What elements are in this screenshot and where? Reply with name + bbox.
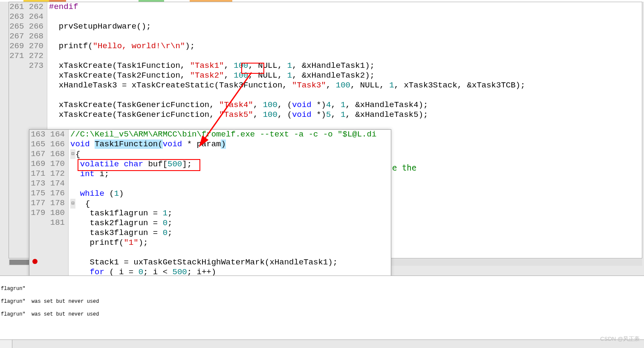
breakpoint-marker[interactable]	[32, 259, 38, 264]
output-line: flagrun" was set but never used	[0, 295, 644, 308]
output-tab[interactable]	[0, 340, 12, 348]
watermark: CSDN @风正豪	[600, 335, 640, 343]
output-line: flagrun"	[0, 282, 644, 295]
output-line: flagrun" was set but never used	[0, 308, 644, 321]
build-output-panel[interactable]: flagrun"flagrun" was set but never usedf…	[0, 276, 644, 348]
partial-comment-text: e the	[392, 163, 416, 172]
output-tab-bar[interactable]	[0, 339, 644, 348]
